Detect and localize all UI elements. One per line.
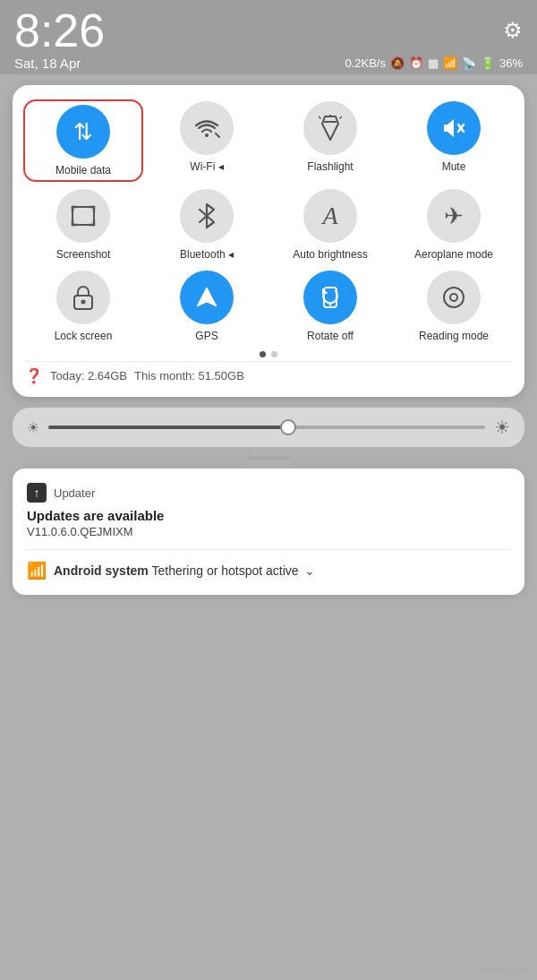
mute-tile-icon (427, 101, 481, 155)
android-system-text: Android system Tethering or hotspot acti… (54, 563, 315, 578)
quick-panel: ⇅ Mobile data Wi-Fi ◂ (13, 85, 524, 397)
tile-mute[interactable]: Mute (396, 101, 512, 180)
mobile-data-label: Mobile data (55, 164, 111, 176)
watermark: wsxdn.com (479, 964, 528, 975)
updater-app-icon: ↑ (27, 483, 47, 503)
alarm-icon: ⏰ (409, 56, 423, 70)
svg-line-1 (216, 133, 219, 137)
tile-grid: ⇅ Mobile data Wi-Fi ◂ (25, 101, 512, 342)
clock: 8:26 (14, 7, 105, 54)
svg-line-6 (340, 116, 342, 118)
flashlight-icon (303, 101, 357, 155)
notification-card-updater[interactable]: ↑ Updater Updates are available V11.0.6.… (13, 469, 524, 595)
svg-marker-20 (197, 288, 217, 306)
month-usage: This month: 51.50GB (134, 369, 244, 383)
aeroplane-mode-label: Aeroplane mode (414, 248, 493, 261)
data-speed: 0.2KB/s (345, 56, 386, 70)
android-system-notif: 📶 Android system Tethering or hotspot ac… (27, 561, 510, 580)
status-bar: 8:26 ⚙ Sat, 18 Apr 0.2KB/s 🔕 ⏰ ▦ 📶 📡 🔋 3… (0, 0, 537, 74)
auto-brightness-icon: A (303, 189, 357, 243)
tile-reading-mode[interactable]: Reading mode (396, 271, 512, 342)
mute-label: Mute (442, 160, 466, 173)
rotate-off-label: Rotate off (307, 330, 354, 342)
brightness-high-icon: ☀ (494, 417, 510, 438)
tile-aeroplane-mode[interactable]: ✈ Aeroplane mode (396, 189, 512, 261)
dot-2 (271, 351, 277, 357)
wifi-label: Wi-Fi ◂ (190, 160, 223, 173)
sim-icon: ▦ (428, 56, 439, 70)
aeroplane-mode-icon: ✈ (427, 189, 481, 243)
brightness-track[interactable] (48, 426, 485, 429)
page-dots (25, 351, 512, 357)
chevron-down-icon: ⌄ (304, 563, 315, 578)
svg-rect-9 (72, 207, 94, 225)
svg-marker-2 (322, 116, 338, 140)
notif-title: Updates are available (27, 508, 510, 523)
settings-icon[interactable]: ⚙ (503, 18, 523, 43)
reading-mode-label: Reading mode (419, 330, 489, 342)
battery-icon: 🔋 (481, 56, 495, 70)
svg-point-0 (205, 133, 209, 137)
notif-body: V11.0.6.0.QEJMIXM (27, 525, 510, 538)
wifi-icon (180, 101, 234, 155)
data-usage: ❓ Today: 2.64GB This month: 51.50GB (25, 361, 512, 384)
signal-icon: 📶 (443, 56, 457, 70)
svg-point-25 (444, 288, 464, 307)
today-usage: Today: 2.64GB (50, 369, 127, 383)
screenshot-label: Screenshot (56, 248, 111, 261)
date-label: Sat, 18 Apr (14, 56, 81, 71)
gps-icon (180, 271, 234, 324)
mute-icon: 🔕 (390, 56, 405, 70)
scroll-indicator (246, 456, 291, 460)
screenshot-icon (56, 189, 110, 243)
rotate-off-icon (303, 271, 357, 324)
tile-lock-screen[interactable]: Lock screen (25, 271, 141, 342)
svg-point-19 (81, 299, 86, 304)
wifi-icon: 📡 (462, 56, 476, 70)
svg-line-5 (319, 116, 320, 118)
svg-point-26 (450, 294, 457, 301)
tile-wifi[interactable]: Wi-Fi ◂ (149, 101, 265, 180)
tile-bluetooth[interactable]: Bluetooth ◂ (149, 189, 265, 261)
bluetooth-label: Bluetooth ◂ (180, 248, 234, 261)
dot-1 (260, 351, 266, 357)
auto-brightness-label: Auto brightness (293, 248, 367, 261)
mobile-data-icon: ⇅ (56, 105, 110, 159)
tile-gps[interactable]: GPS (149, 271, 265, 342)
brightness-low-icon: ☀ (27, 419, 39, 436)
battery-percent: 36% (499, 56, 523, 70)
notif-header: ↑ Updater (27, 483, 510, 503)
brightness-thumb[interactable] (280, 419, 296, 435)
tile-mobile-data[interactable]: ⇅ Mobile data (25, 101, 141, 180)
lock-screen-label: Lock screen (55, 330, 113, 342)
brightness-bar[interactable]: ☀ ☀ (13, 408, 524, 447)
brightness-fill (48, 426, 288, 429)
bluetooth-icon (180, 189, 234, 243)
tile-auto-brightness[interactable]: A Auto brightness (272, 189, 388, 261)
reading-mode-icon (427, 271, 481, 324)
tile-rotate-off[interactable]: Rotate off (272, 271, 388, 342)
tile-screenshot[interactable]: Screenshot (25, 189, 141, 261)
data-usage-icon: ❓ (25, 367, 43, 384)
status-icons: 0.2KB/s 🔕 ⏰ ▦ 📶 📡 🔋 36% (345, 56, 523, 70)
updater-app-name: Updater (54, 486, 95, 500)
gps-label: GPS (195, 330, 217, 342)
tile-flashlight[interactable]: Flashlight (272, 101, 388, 180)
svg-point-24 (329, 303, 332, 305)
notif-divider (27, 549, 510, 550)
lock-screen-icon (56, 271, 110, 324)
flashlight-label: Flashlight (307, 160, 353, 173)
wifi-small-icon: 📶 (27, 561, 47, 580)
